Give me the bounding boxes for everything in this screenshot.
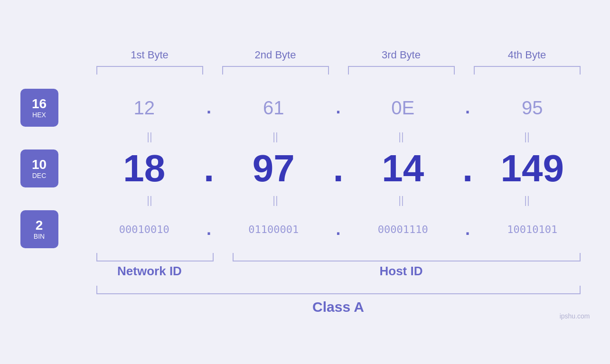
class-bracket-wrap: Class A — [87, 286, 590, 315]
hex-val-3: 0E — [346, 97, 461, 119]
watermark: ipshu.com — [560, 312, 590, 320]
host-id-label: Host ID — [213, 264, 590, 279]
class-bracket-line — [96, 286, 581, 294]
dec-dot-2: . — [331, 147, 346, 190]
eq-1: || — [87, 131, 213, 143]
top-bracket-4 — [474, 66, 581, 75]
hex-val-4: 95 — [475, 97, 590, 119]
bin-val-3: 00001110 — [346, 224, 461, 235]
bin-dot-1: . — [202, 219, 216, 239]
hex-values-row: 12 . 61 . 0E . 95 — [87, 97, 590, 119]
dec-values-row: 18 . 97 . 14 . 149 — [87, 147, 590, 190]
class-label: Class A — [87, 297, 590, 315]
hex-dot-3: . — [460, 98, 475, 118]
dec-val-2: 97 — [216, 147, 331, 190]
hex-val-1: 12 — [87, 97, 202, 119]
hex-dot-1: . — [202, 98, 216, 118]
dec-base-num: 10 — [32, 158, 47, 172]
bin-badge: 2 BIN — [20, 210, 58, 248]
dec-dot-1: . — [202, 147, 216, 190]
top-bracket-2 — [222, 66, 329, 75]
byte4-header: 4th Byte — [464, 49, 590, 61]
bin-dot-3: . — [460, 219, 475, 239]
bin-val-2: 01100001 — [216, 224, 331, 235]
network-id-label: Network ID — [87, 264, 213, 279]
hex-badge: 16 HEX — [20, 89, 58, 127]
bin-val-1: 00010010 — [87, 224, 202, 235]
hex-base-label: HEX — [32, 111, 46, 119]
dec-base-label: DEC — [32, 172, 47, 179]
hex-dot-2: . — [331, 98, 346, 118]
hex-base-num: 16 — [32, 97, 47, 112]
eq2-1: || — [87, 194, 213, 206]
bin-values-row: 00010010 . 01100001 . 00001110 . 1001010… — [87, 219, 590, 239]
byte1-header: 1st Byte — [87, 49, 213, 61]
bin-dot-2: . — [331, 219, 346, 239]
dec-val-4: 149 — [475, 147, 590, 190]
eq2-3: || — [338, 194, 464, 206]
eq2-2: || — [213, 194, 338, 206]
bin-val-4: 10010101 — [475, 224, 590, 235]
bin-base-num: 2 — [36, 218, 43, 233]
dec-badge: 10 DEC — [20, 149, 58, 187]
eq-4: || — [464, 131, 590, 143]
eq-2: || — [213, 131, 338, 143]
byte3-header: 3rd Byte — [338, 49, 464, 61]
top-bracket-1 — [96, 66, 203, 75]
host-bracket — [233, 253, 581, 261]
top-bracket-3 — [348, 66, 455, 75]
dec-val-3: 14 — [346, 147, 461, 190]
dec-val-1: 18 — [87, 147, 202, 190]
hex-val-2: 61 — [216, 97, 331, 119]
eq-3: || — [338, 131, 464, 143]
network-bracket — [96, 253, 214, 261]
dec-dot-3: . — [460, 147, 475, 190]
byte2-header: 2nd Byte — [213, 49, 338, 61]
bin-base-label: BIN — [34, 233, 45, 240]
eq2-4: || — [464, 194, 590, 206]
